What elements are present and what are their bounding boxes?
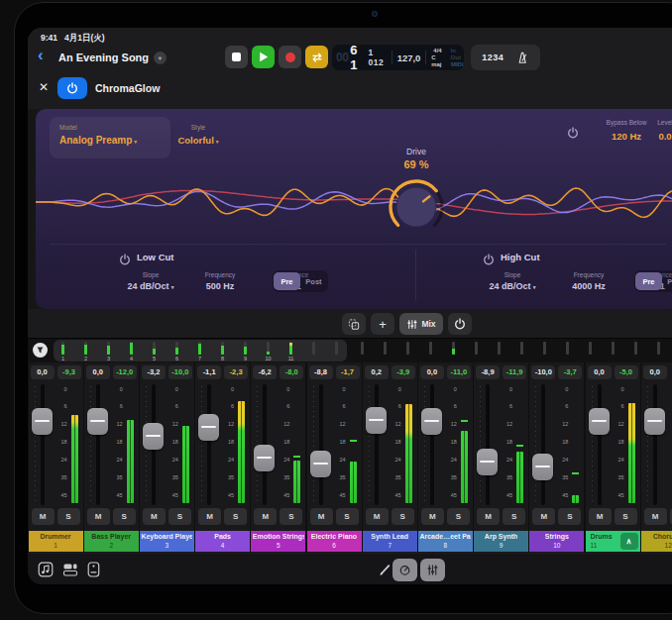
low-cut-frequency[interactable]: Frequency 500 Hz <box>185 271 255 291</box>
track-name-cell[interactable]: Keyboard Player3 <box>140 531 194 552</box>
level-value[interactable]: 0.0 <box>630 131 672 142</box>
mute-button[interactable]: M <box>477 508 500 525</box>
mix-button[interactable]: Mix <box>399 313 443 335</box>
volume-badge[interactable]: 0,0 <box>420 365 444 379</box>
pre-segment[interactable]: Pre <box>274 272 300 290</box>
fader-cap[interactable] <box>254 445 275 471</box>
mute-button[interactable]: M <box>87 508 110 525</box>
track-name-cell[interactable]: Bass Player2 <box>84 531 139 552</box>
mute-button[interactable]: M <box>32 508 55 525</box>
mixer-navigator[interactable]: 1234567891011 <box>28 339 672 362</box>
drive-knob[interactable] <box>385 175 448 239</box>
fader-cap[interactable] <box>32 408 53 435</box>
count-in-button[interactable]: 1234 <box>482 52 504 62</box>
volume-badge[interactable]: -10,0 <box>531 365 555 379</box>
solo-button[interactable]: S <box>447 508 470 525</box>
solo-button[interactable]: S <box>280 508 302 525</box>
solo-button[interactable]: S <box>57 508 80 525</box>
mute-button[interactable]: M <box>532 508 555 525</box>
stop-button[interactable] <box>225 46 248 68</box>
fader-cap[interactable] <box>421 408 442 435</box>
solo-button[interactable]: S <box>113 508 136 525</box>
post-segment[interactable]: Post <box>300 277 327 286</box>
bypass-power-icon[interactable] <box>567 125 579 137</box>
volume-badge[interactable]: -6,2 <box>253 365 277 379</box>
loop-browser-button[interactable] <box>38 562 54 581</box>
solo-button[interactable]: S <box>168 508 191 525</box>
metronome-icon[interactable] <box>515 51 529 64</box>
high-cut-frequency[interactable]: Frequency 4000 Hz <box>554 271 623 291</box>
fader-cap[interactable] <box>143 423 164 450</box>
volume-badge[interactable]: -8,9 <box>476 365 500 379</box>
solo-button[interactable]: S <box>503 508 525 525</box>
volume-badge[interactable]: 0,0 <box>643 365 667 379</box>
record-button[interactable] <box>279 46 301 68</box>
track-name-cell[interactable]: Chorus V12 <box>641 531 672 552</box>
edit-pencil-button[interactable] <box>378 563 392 580</box>
volume-badge[interactable]: -1,1 <box>197 365 221 379</box>
fader-track[interactable] <box>96 384 100 505</box>
mute-button[interactable]: M <box>421 508 444 525</box>
solo-button[interactable]: S <box>336 508 359 525</box>
mute-button[interactable]: M <box>198 508 221 525</box>
low-cut-slope[interactable]: Slope 24 dB/Oct▾ <box>116 271 185 291</box>
fader-cap[interactable] <box>198 414 219 441</box>
volume-badge[interactable]: 0,0 <box>588 365 612 379</box>
mute-button[interactable]: M <box>143 508 166 525</box>
fader-track[interactable] <box>486 384 490 505</box>
fader-cap[interactable] <box>532 454 553 480</box>
duplicate-button[interactable] <box>342 313 366 335</box>
track-name-cell[interactable]: Arp Synth9 <box>474 531 528 552</box>
solo-button[interactable]: S <box>224 508 247 525</box>
track-name-cell[interactable]: Arcade…eet Pad8 <box>418 531 473 552</box>
plugin-tiles-button[interactable] <box>62 562 78 581</box>
fader-cap[interactable] <box>310 451 331 477</box>
high-cut-pre-post-toggle[interactable]: Pre Post <box>634 270 672 292</box>
track-name-cell[interactable]: Drums11∧ <box>586 531 640 552</box>
song-title[interactable]: An Evening Song <box>58 52 149 63</box>
fader-cap[interactable] <box>366 407 387 434</box>
volume-badge[interactable]: 0,0 <box>31 365 55 379</box>
track-name-cell[interactable]: Electric Piano6 <box>307 531 362 552</box>
fader-track[interactable] <box>598 384 602 505</box>
post-segment[interactable]: Post <box>662 277 672 286</box>
mute-button[interactable]: M <box>366 508 389 525</box>
fader-track[interactable] <box>375 384 379 505</box>
fader-track[interactable] <box>653 384 657 505</box>
fader-cap[interactable] <box>644 408 665 435</box>
close-plugin-icon[interactable]: ✕ <box>39 80 49 94</box>
add-button[interactable]: + <box>371 313 394 335</box>
track-name-cell[interactable]: Synth Lead7 <box>363 531 417 552</box>
fader-track[interactable] <box>207 384 211 505</box>
volume-badge[interactable]: 0,2 <box>365 365 389 379</box>
fader-track[interactable] <box>319 384 323 505</box>
mute-button[interactable]: M <box>644 508 667 525</box>
cycle-button[interactable] <box>305 46 328 68</box>
low-cut-power-icon[interactable] <box>119 252 131 263</box>
style-select[interactable]: Style Colorful▾ <box>164 117 233 158</box>
high-cut-power-icon[interactable] <box>483 252 495 263</box>
volume-badge[interactable]: -3,2 <box>142 365 166 379</box>
controls-view-button[interactable] <box>392 559 417 581</box>
mixer-view-button[interactable] <box>420 559 445 581</box>
fader-cap[interactable] <box>87 408 108 435</box>
track-name-cell[interactable]: Pads4 <box>195 531 250 552</box>
solo-button[interactable]: S <box>392 508 414 525</box>
mute-button[interactable]: M <box>254 508 277 525</box>
pre-segment[interactable]: Pre <box>635 272 662 290</box>
fader-track[interactable] <box>541 384 545 505</box>
lcd-display[interactable]: 00 6 1 1 012 127,0 4/4 C maj In Out MIDI <box>332 45 464 70</box>
fader-cap[interactable] <box>477 449 498 475</box>
fader-track[interactable] <box>430 384 434 505</box>
track-name-cell[interactable]: Emotion Strings5 <box>251 531 305 552</box>
track-name-cell[interactable]: Drummer1 <box>29 531 83 552</box>
solo-button[interactable]: S <box>558 508 581 525</box>
low-cut-pre-post-toggle[interactable]: Pre Post <box>273 270 328 292</box>
fader-cap[interactable] <box>589 408 610 435</box>
volume-badge[interactable]: -8,8 <box>309 365 333 379</box>
play-button[interactable] <box>252 46 275 68</box>
mute-button[interactable]: M <box>310 508 333 525</box>
collapse-chevron-button[interactable]: ∧ <box>620 533 638 550</box>
model-select[interactable]: Model Analog Preamp▾ <box>50 117 170 158</box>
filter-button[interactable] <box>33 343 48 358</box>
